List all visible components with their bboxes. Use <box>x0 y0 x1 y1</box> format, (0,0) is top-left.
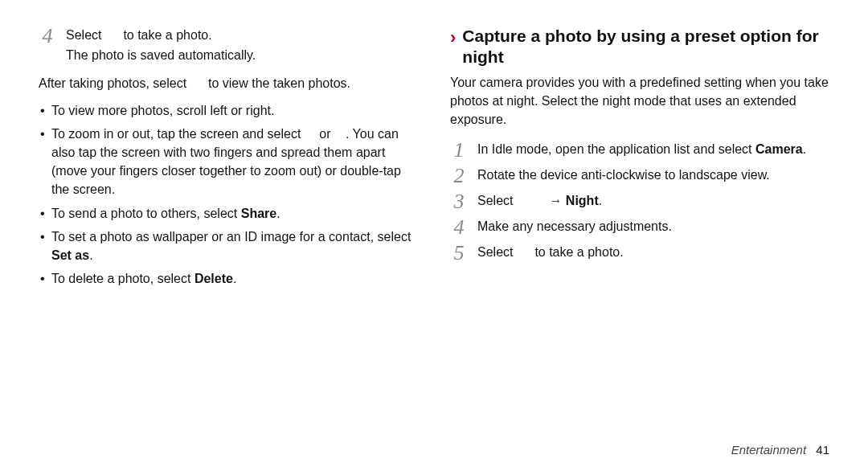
text: or <box>319 127 330 141</box>
bullet-item: To view more photos, scroll left or righ… <box>39 101 418 120</box>
step-5-item: 5 Select to take a photo. <box>450 243 829 264</box>
share-label: Share <box>241 207 276 220</box>
footer-section: Entertainment <box>731 443 806 457</box>
text: . <box>233 272 236 285</box>
bullet-item: To set a photo as wallpaper or an ID ima… <box>39 227 418 264</box>
step-number: 4 <box>39 26 56 66</box>
text: to view the taken photos. <box>208 76 350 90</box>
section-heading: Capture a photo by using a preset option… <box>462 26 829 68</box>
step-3-item: 3 Select → Night. <box>450 191 829 212</box>
text: . <box>599 194 602 207</box>
bullet-item: To delete a photo, select Delete. <box>39 269 418 288</box>
night-label: Night <box>566 194 599 207</box>
step-number: 3 <box>450 191 468 212</box>
step-number: 2 <box>450 166 468 186</box>
step-content: Select to take a photo. The photo is sav… <box>66 26 418 66</box>
step-4-item: 4 Make any necessary adjustments. <box>450 217 829 238</box>
right-column: › Capture a photo by using a preset opti… <box>450 26 829 452</box>
after-para: After taking photos, select to view the … <box>39 74 418 92</box>
bullet-list: To view more photos, scroll left or righ… <box>39 101 418 289</box>
step-4-line2: The photo is saved automatically. <box>66 46 418 64</box>
step-content: In Idle mode, open the application list … <box>477 140 829 161</box>
text: . <box>89 248 92 262</box>
left-column: 4 Select to take a photo. The photo is s… <box>39 26 418 452</box>
text: Select <box>477 194 513 207</box>
section-heading-row: › Capture a photo by using a preset opti… <box>450 26 829 68</box>
text: to take a photo. <box>534 245 623 259</box>
text: Select <box>66 28 101 42</box>
step-1-item: 1 In Idle mode, open the application lis… <box>450 140 829 161</box>
delete-label: Delete <box>194 272 233 285</box>
text: . <box>803 142 806 156</box>
step-content: Select → Night. <box>477 191 829 212</box>
page-container: 4 Select to take a photo. The photo is s… <box>39 26 829 452</box>
text: To send a photo to others, select <box>51 207 241 220</box>
text: To delete a photo, select <box>51 272 194 285</box>
chevron-right-icon: › <box>450 26 456 48</box>
section-intro: Your camera provides you with a predefin… <box>450 73 829 129</box>
footer-page-number: 41 <box>816 443 829 457</box>
step-content: Make any necessary adjustments. <box>477 217 829 238</box>
step-number: 5 <box>450 243 468 264</box>
step-content: Rotate the device anti-clockwise to land… <box>477 166 829 186</box>
text: to take a photo. <box>123 28 211 42</box>
text: After taking photos, select <box>39 76 186 90</box>
text: . <box>276 207 280 220</box>
bullet-item: To send a photo to others, select Share. <box>39 204 418 223</box>
step-content: Select to take a photo. <box>477 243 829 264</box>
step-4-item: 4 Select to take a photo. The photo is s… <box>39 26 418 66</box>
setas-label: Set as <box>51 248 89 262</box>
camera-label: Camera <box>755 142 803 156</box>
step-2-item: 2 Rotate the device anti-clockwise to la… <box>450 166 829 186</box>
text: In Idle mode, open the application list … <box>477 142 755 156</box>
text: To set a photo as wallpaper or an ID ima… <box>51 230 411 244</box>
bullet-item: To zoom in or out, tap the screen and se… <box>39 125 418 199</box>
step-number: 4 <box>450 217 468 238</box>
arrow-icon: → <box>549 194 562 207</box>
text: To zoom in or out, tap the screen and se… <box>51 127 301 141</box>
page-footer: Entertainment 41 <box>731 443 829 457</box>
step-4-line1: Select to take a photo. <box>66 26 418 44</box>
text: Select <box>477 245 513 259</box>
step-number: 1 <box>450 140 468 161</box>
